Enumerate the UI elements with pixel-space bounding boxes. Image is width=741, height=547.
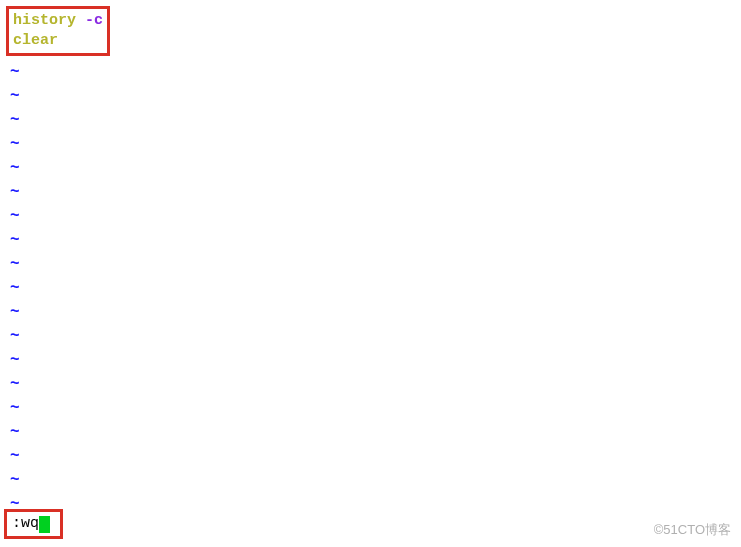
empty-line-marker: ~ (10, 228, 739, 252)
empty-line-marker: ~ (10, 108, 739, 132)
empty-line-marker: ~ (10, 252, 739, 276)
watermark-text: ©51CTO博客 (654, 521, 731, 539)
cursor (39, 516, 50, 533)
empty-lines-area: ~~~~~~~~~~~~~~~~~~~ (2, 60, 739, 516)
content-line-2: clear (13, 31, 103, 51)
command-keyword: clear (13, 32, 58, 49)
command-flag: -c (85, 12, 103, 29)
empty-line-marker: ~ (10, 180, 739, 204)
file-content-highlight: history -c clear (6, 6, 110, 56)
command-line-highlight: :wq (4, 509, 63, 539)
empty-line-marker: ~ (10, 372, 739, 396)
empty-line-marker: ~ (10, 132, 739, 156)
empty-line-marker: ~ (10, 276, 739, 300)
empty-line-marker: ~ (10, 396, 739, 420)
empty-line-marker: ~ (10, 156, 739, 180)
empty-line-marker: ~ (10, 324, 739, 348)
empty-line-marker: ~ (10, 300, 739, 324)
command-prefix: : (12, 515, 21, 533)
empty-line-marker: ~ (10, 84, 739, 108)
empty-line-marker: ~ (10, 492, 739, 516)
command-keyword: history (13, 12, 76, 29)
content-line-1: history -c (13, 11, 103, 31)
vim-command-line[interactable]: :wq (4, 509, 63, 539)
empty-line-marker: ~ (10, 204, 739, 228)
vim-editor[interactable]: history -c clear ~~~~~~~~~~~~~~~~~~~ :wq… (0, 0, 741, 547)
empty-line-marker: ~ (10, 60, 739, 84)
empty-line-marker: ~ (10, 444, 739, 468)
empty-line-marker: ~ (10, 468, 739, 492)
empty-line-marker: ~ (10, 348, 739, 372)
empty-line-marker: ~ (10, 420, 739, 444)
command-input: wq (21, 515, 39, 533)
